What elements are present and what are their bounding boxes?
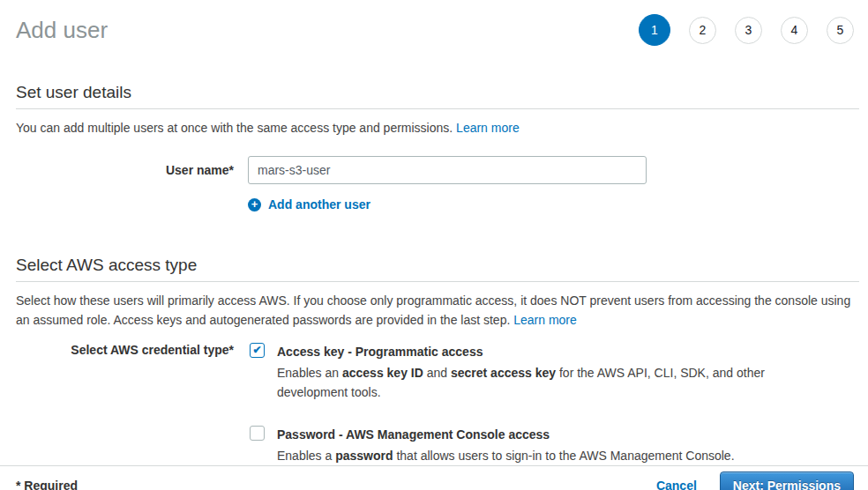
access-key-option-title: Access key - Programmatic access <box>277 342 771 361</box>
learn-more-link-access-type[interactable]: Learn more <box>513 313 577 327</box>
set-user-details-heading: Set user details <box>16 83 859 102</box>
page-title: Add user <box>16 15 108 45</box>
credential-type-label: Select AWS credential type* <box>16 342 234 402</box>
section-divider <box>16 281 859 282</box>
desc-text: Enables a <box>277 449 335 463</box>
password-option-description: Enables a password that allows users to … <box>277 446 735 465</box>
learn-more-link-user-details[interactable]: Learn more <box>456 121 520 135</box>
password-option-title: Password - AWS Management Console access <box>277 425 735 444</box>
access-key-option-row: Select AWS credential type* ✔ Access key… <box>16 342 859 402</box>
next-permissions-button[interactable]: Next: Permissions <box>720 471 854 490</box>
access-type-intro-text: Select how these users will primarily ac… <box>16 293 850 327</box>
user-details-intro-text: You can add multiple users at once with … <box>16 121 456 135</box>
access-type-intro: Select how these users will primarily ac… <box>16 291 859 330</box>
desc-bold: access key ID <box>342 366 423 380</box>
select-access-type-section: Select AWS access type Select how these … <box>0 256 868 465</box>
section-divider <box>16 108 859 109</box>
username-row: User name* <box>16 156 859 184</box>
checkmark-icon: ✔ <box>252 344 261 356</box>
username-label: User name* <box>16 156 234 184</box>
desc-bold: secret access key <box>451 366 556 380</box>
desc-text: that allows users to sign-in to the AWS … <box>393 449 735 463</box>
step-5-badge: 5 <box>827 17 854 44</box>
page-header: Add user 1 2 3 4 5 <box>0 0 868 46</box>
user-details-intro: You can add multiple users at once with … <box>16 118 859 137</box>
password-checkbox[interactable] <box>250 426 265 441</box>
access-key-option-description: Enables an access key ID and secret acce… <box>277 363 771 402</box>
desc-text: Enables an <box>277 366 342 380</box>
cancel-button[interactable]: Cancel <box>656 479 697 490</box>
wizard-footer: * Required Cancel Next: Permissions <box>0 465 868 490</box>
add-another-user-label: Add another user <box>268 197 370 212</box>
password-option-row: Password - AWS Management Console access… <box>16 425 859 465</box>
set-user-details-section: Set user details You can add multiple us… <box>0 83 868 212</box>
step-4-badge: 4 <box>781 17 808 44</box>
add-another-user-button[interactable]: + Add another user <box>248 197 370 212</box>
wizard-step-indicator: 1 2 3 4 5 <box>639 14 854 46</box>
credential-type-label-spacer <box>16 425 234 465</box>
username-input[interactable] <box>248 156 647 184</box>
desc-bold: password <box>335 449 393 463</box>
step-2-badge: 2 <box>689 17 716 44</box>
required-note: * Required <box>16 479 78 490</box>
desc-text: and <box>423 366 451 380</box>
plus-circle-icon: + <box>248 198 261 212</box>
access-key-checkbox[interactable]: ✔ <box>250 343 265 358</box>
step-1-badge: 1 <box>639 14 670 46</box>
select-access-type-heading: Select AWS access type <box>16 256 859 275</box>
step-3-badge: 3 <box>735 17 762 44</box>
